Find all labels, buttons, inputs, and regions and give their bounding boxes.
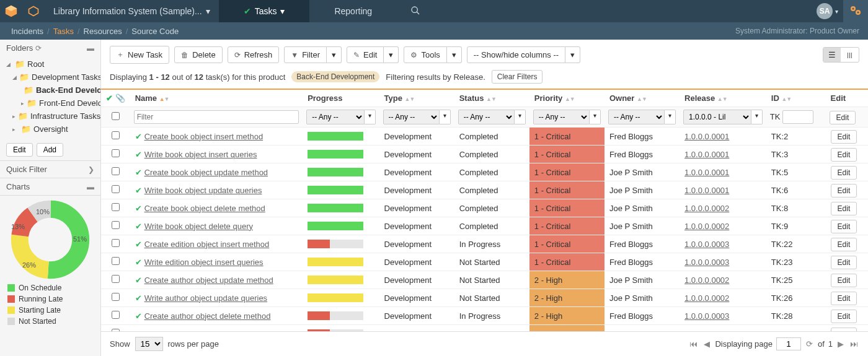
charts-header[interactable]: Charts ▬ (0, 178, 100, 195)
task-name-link[interactable]: Write book object insert queries (144, 150, 257, 159)
subnav-resources[interactable]: Resources (81, 27, 125, 36)
row-checkbox[interactable] (112, 311, 120, 319)
chevron-down-icon[interactable]: ▾ (365, 110, 376, 124)
first-page-icon[interactable]: ⏮ (688, 339, 699, 349)
row-checkbox[interactable] (112, 275, 120, 283)
chevron-down-icon[interactable]: ▾ (447, 46, 462, 63)
quick-filter-header[interactable]: Quick Filter ❯ (0, 160, 100, 178)
col-status[interactable]: Status ▲▼ (454, 90, 529, 107)
row-checkbox[interactable] (112, 293, 120, 301)
search-button[interactable] (397, 6, 434, 17)
user-menu[interactable]: SA ▾ (812, 3, 843, 19)
row-checkbox[interactable] (112, 239, 120, 247)
list-view-icon[interactable]: ☰ (823, 48, 841, 62)
filter-release[interactable]: 1.0.0.0 - Lil (683, 110, 751, 124)
filter-priority[interactable]: -- Any -- (533, 110, 590, 124)
row-edit-button[interactable]: Edit (831, 292, 857, 305)
filter-button[interactable]: ▼Filter▾ (284, 46, 342, 63)
tree-root[interactable]: ◢📁Root (4, 58, 100, 71)
col-type[interactable]: Type ▲▼ (379, 90, 454, 107)
tree-infra[interactable]: ▸📁Infrastructure Tasks (4, 110, 100, 123)
chevron-down-icon[interactable]: ▾ (665, 110, 676, 124)
task-name-link[interactable]: Write book object delete query (144, 222, 253, 231)
edit-button[interactable]: ✎Edit▾ (347, 46, 399, 63)
release-link[interactable]: 1.0.0.0.0003 (684, 311, 729, 321)
row-checkbox[interactable] (112, 221, 120, 229)
col-owner[interactable]: Owner ▲▼ (604, 90, 680, 107)
col-release[interactable]: Release ▲▼ (680, 90, 766, 107)
release-link[interactable]: 1.0.0.0.0001 (684, 150, 729, 159)
folder-edit-button[interactable]: Edit (6, 143, 33, 157)
hex-icon[interactable] (22, 0, 45, 22)
admin-gears-icon[interactable] (843, 0, 868, 22)
collapse-icon[interactable]: ▬ (87, 44, 94, 53)
app-logo[interactable] (0, 0, 22, 22)
release-link[interactable]: 1.0.0.0.0002 (684, 293, 729, 303)
task-name-link[interactable]: Write author object update queries (144, 293, 268, 303)
row-edit-button[interactable]: Edit (831, 166, 857, 180)
chevron-down-icon[interactable]: ▾ (327, 46, 342, 63)
filter-progress[interactable]: -- Any -- (306, 110, 364, 124)
task-name-link[interactable]: Create author object delete method (144, 311, 271, 321)
release-link[interactable]: 1.0.0.0.0001 (684, 186, 729, 195)
release-link[interactable]: 1.0.0.0.0002 (684, 222, 729, 231)
task-name-link[interactable]: Create book object insert method (144, 132, 264, 141)
row-checkbox[interactable] (112, 131, 120, 139)
chevron-down-icon[interactable]: ▾ (384, 46, 399, 63)
delete-button[interactable]: 🗑Delete (174, 46, 223, 63)
next-page-icon[interactable]: ▶ (836, 339, 845, 349)
chevron-down-icon[interactable]: ▾ (751, 110, 763, 124)
tree-frontend[interactable]: ▸📁Front-End Develo (4, 97, 100, 110)
board-view-icon[interactable]: ⫼ (841, 48, 859, 62)
subnav-source-code[interactable]: Source Code (129, 27, 181, 36)
chevron-down-icon[interactable]: ▾ (590, 110, 601, 124)
chevron-down-icon[interactable]: ▾ (515, 110, 526, 124)
filter-id-input[interactable] (782, 110, 813, 124)
subnav-incidents[interactable]: Incidents (9, 27, 46, 36)
new-task-button[interactable]: ＋New Task (110, 46, 169, 64)
row-checkbox[interactable] (112, 185, 120, 193)
task-name-link[interactable]: Create book object update method (144, 168, 268, 177)
chevron-down-icon[interactable]: ▾ (565, 46, 580, 63)
task-name-link[interactable]: Write edition object insert queries (144, 258, 264, 267)
clear-filters-button[interactable]: Clear Filters (492, 70, 543, 84)
show-hide-columns[interactable]: -- Show/hide columns --▾ (467, 46, 580, 63)
refresh-button[interactable]: ⟳Refresh (228, 46, 280, 63)
row-edit-button[interactable]: Edit (831, 148, 857, 162)
row-checkbox[interactable] (112, 149, 120, 157)
tab-tasks[interactable]: ✔ Tasks ▾ (219, 0, 310, 22)
subnav-tasks[interactable]: Tasks (51, 27, 76, 36)
col-id[interactable]: ID ▲▼ (766, 90, 826, 107)
row-edit-button[interactable]: Edit (831, 220, 857, 233)
chevron-down-icon[interactable]: ▾ (440, 110, 451, 124)
task-name-link[interactable]: Write book object update queries (144, 186, 262, 195)
row-checkbox[interactable] (112, 257, 120, 265)
filter-edit-button[interactable]: Edit (830, 111, 856, 124)
page-input[interactable] (776, 337, 801, 350)
row-checkbox[interactable] (112, 167, 120, 175)
collapse-icon[interactable]: ▬ (87, 183, 94, 191)
row-edit-button[interactable]: Edit (831, 238, 857, 251)
row-edit-button[interactable]: Edit (831, 274, 857, 287)
tree-backend[interactable]: 📁Back-End Develo (4, 84, 100, 97)
release-link[interactable]: 1.0.0.0.0003 (684, 240, 729, 249)
col-name[interactable]: Name ▲▼ (130, 90, 303, 107)
task-name-link[interactable]: Create edition object insert method (144, 240, 270, 249)
tab-reporting[interactable]: Reporting (309, 0, 397, 22)
release-link[interactable]: 1.0.0.0.0001 (684, 132, 729, 141)
row-checkbox[interactable] (112, 203, 120, 211)
rows-per-page-select[interactable]: 15 (135, 337, 163, 351)
col-priority[interactable]: Priority ▲▼ (529, 90, 604, 107)
filter-type[interactable]: -- Any -- (383, 110, 440, 124)
filter-name-input[interactable] (134, 110, 299, 124)
col-progress[interactable]: Progress (303, 90, 379, 107)
row-edit-button[interactable]: Edit (831, 256, 857, 269)
last-page-icon[interactable]: ⏭ (849, 339, 859, 349)
filter-owner[interactable]: -- Any -- (608, 110, 665, 124)
task-name-link[interactable]: Create author object update method (144, 276, 273, 285)
tools-button[interactable]: ⚙Tools▾ (404, 46, 461, 63)
product-selector[interactable]: Library Information System (Sample)... ▾ (45, 0, 219, 22)
release-link[interactable]: 1.0.0.0.0002 (684, 276, 729, 285)
refresh-icon[interactable]: ⟳ (805, 339, 814, 349)
prev-page-icon[interactable]: ◀ (702, 339, 711, 349)
